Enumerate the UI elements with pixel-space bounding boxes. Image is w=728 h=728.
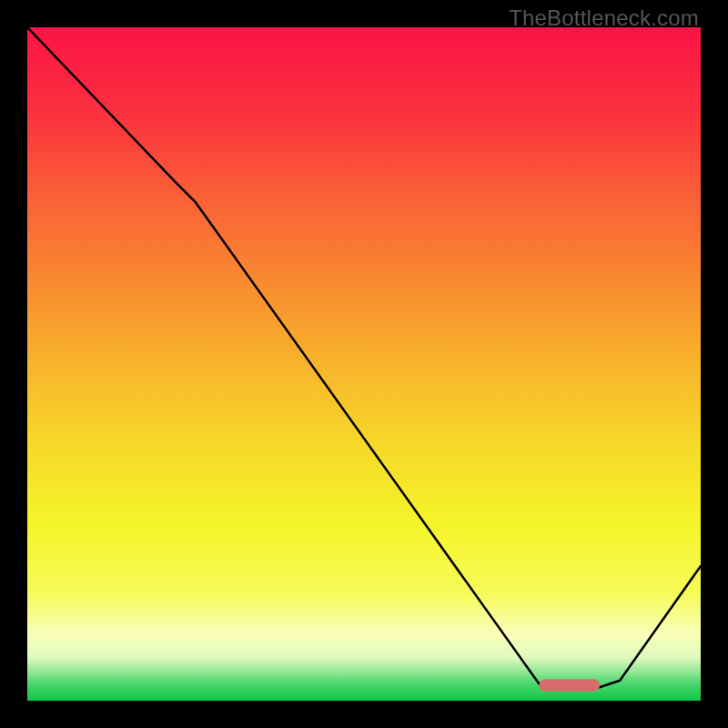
watermark-text: TheBottleneck.com [509,5,699,31]
gradient-background [27,27,701,701]
bottleneck-chart: TheBottleneck.com [0,0,728,728]
optimal-range-marker [539,679,600,691]
plot-svg [27,27,701,701]
